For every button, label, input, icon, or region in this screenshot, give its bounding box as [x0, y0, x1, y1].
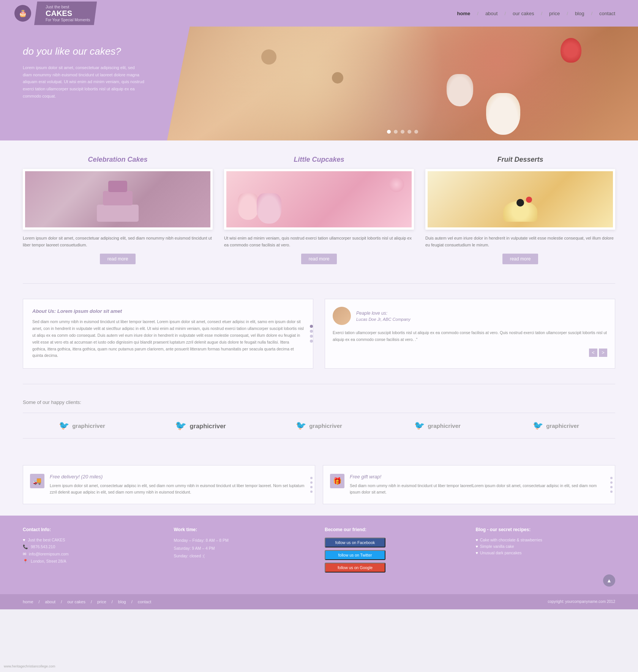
client-name-2: graphicriver: [190, 422, 226, 429]
blog-post-2[interactable]: ♥ Simple vanilla cake: [476, 544, 616, 549]
scroll-top-btn[interactable]: ▲: [603, 574, 615, 587]
footer-nav-our-cakes[interactable]: our cakes: [67, 599, 85, 604]
product-img-celebration: [23, 169, 213, 230]
hero-dot-5[interactable]: [414, 130, 418, 134]
main-nav: home / about / our cakes / price / blog …: [457, 11, 615, 16]
nav-blog[interactable]: blog: [575, 11, 584, 16]
client-name-1: graphicriver: [72, 423, 105, 429]
client-logo-4[interactable]: 🐦 graphicriver: [414, 421, 461, 431]
phone-icon: 📞: [23, 544, 28, 549]
heart-icon: ♥: [23, 538, 25, 542]
blog-post-1[interactable]: ♥ Cake with chocolate & strawberries: [476, 538, 616, 542]
read-more-btn-1[interactable]: read more: [100, 254, 136, 264]
cake-tier-1-bottom: [97, 205, 139, 222]
blog-post-link-2[interactable]: Simple vanilla cake: [480, 544, 514, 549]
f-dot-6: [610, 481, 613, 484]
testimonial-prev-btn[interactable]: <: [589, 349, 597, 357]
cake-image-3: [428, 171, 613, 227]
hero-image-inner: [167, 27, 638, 140]
f-dot-7: [610, 486, 613, 488]
logo-area: 🎂 Just the best CAKES For Your Special M…: [23, 2, 97, 25]
features-section: 🚚 Free delivery! (20 miles) Lorem ipsum …: [23, 454, 615, 516]
about-dot-2[interactable]: [310, 330, 313, 333]
nav-our-cakes[interactable]: our cakes: [513, 11, 534, 16]
footer-nav-blog[interactable]: blog: [118, 599, 126, 604]
f-dot-2: [310, 481, 313, 484]
blog-post-link-3[interactable]: Unusual dark pancakes: [480, 551, 522, 555]
hero-body: Lorem ipsum dolor sit amet, consectetuar…: [23, 64, 144, 99]
footer-nav-price[interactable]: price: [97, 599, 106, 604]
logo-icon: 🎂: [14, 5, 31, 22]
worktime-weekday: Monday – Friday: 8 AM – 8 PM: [174, 538, 314, 544]
about-testimonial-section: About Us: Lorem ipsum dolor sit amet Sed…: [23, 287, 615, 380]
hero-dots: [387, 130, 418, 134]
nav-contact[interactable]: contact: [599, 11, 615, 16]
nut-1: [261, 49, 276, 65]
cake-tier-1-small: [108, 181, 127, 192]
cake-tier-1-top: [103, 191, 133, 205]
footer-nav-home[interactable]: home: [23, 599, 33, 604]
blog-post-link-1[interactable]: Cake with chocolate & strawberries: [480, 538, 542, 542]
client-name-3: graphicriver: [309, 423, 342, 429]
avatar: [333, 307, 351, 325]
giftwrap-icon: 🎁: [330, 474, 344, 488]
clients-title: Some of our happy clients:: [23, 399, 615, 405]
testimonial-nav: < >: [333, 349, 607, 357]
client-logo-1[interactable]: 🐦 graphicriver: [59, 421, 105, 431]
worktime-saturday: Saturday: 9 AM – 4 PM: [174, 546, 314, 552]
main-content: Celebration Cakes Lorem ipsum dolor sit …: [0, 140, 638, 516]
hero-dot-2[interactable]: [394, 130, 398, 134]
footer-worktime-col: Work time: Monday – Friday: 8 AM – 8 PM …: [174, 527, 314, 575]
product-title-3: Fruit Desserts: [425, 156, 615, 164]
footer-nav-about[interactable]: about: [45, 599, 56, 604]
divider-2: [23, 384, 615, 384]
client-name-5: graphicriver: [546, 423, 579, 429]
facebook-btn[interactable]: follow us on Facebook: [325, 538, 385, 547]
twitter-btn[interactable]: follow us on Twitter: [325, 550, 385, 560]
hero-image: [167, 27, 638, 140]
hero-dot-4[interactable]: [407, 130, 411, 134]
google-btn[interactable]: follow us on Google: [325, 563, 385, 573]
read-more-btn-3[interactable]: read more: [502, 254, 539, 264]
client-logo-2[interactable]: 🐦 graphicriver: [175, 420, 226, 431]
hero-left: do you like our cakes? Lorem ipsum dolor…: [0, 27, 167, 140]
hero-dot-3[interactable]: [401, 130, 404, 134]
client-name-4: graphicriver: [428, 423, 461, 429]
client-logo-5[interactable]: 🐦 graphicriver: [533, 421, 579, 431]
delivery-icon: 🚚: [30, 474, 44, 488]
footer-social-title: Become our friend:: [325, 527, 464, 532]
f-dot-8: [610, 491, 613, 493]
cake-image-2: [226, 171, 412, 227]
nav-home[interactable]: home: [457, 11, 471, 16]
f-dot-3: [310, 486, 313, 488]
about-dot-1[interactable]: [310, 325, 313, 328]
read-more-btn-2[interactable]: read more: [301, 254, 337, 264]
client-logo-3[interactable]: 🐦 graphicriver: [296, 421, 342, 431]
footer-worktime-title: Work time:: [174, 527, 314, 532]
blog-post-3[interactable]: ♥ Unusual dark pancakes: [476, 551, 616, 555]
contact-phone: 📞 9876.543.210: [23, 544, 163, 549]
logo-tagline: For Your Special Moments: [46, 18, 90, 22]
about-dot-4[interactable]: [310, 340, 313, 343]
footer: Contact Info: ♥ Just the best CAKES 📞 98…: [0, 516, 638, 594]
cupcake-1: [486, 93, 520, 135]
footer-nav-contact[interactable]: contact: [138, 599, 151, 604]
product-desc-3: Duis autem vel eum iriure dolor in hendr…: [425, 235, 615, 248]
cupcake-small-1: [238, 193, 259, 220]
cherry: [526, 197, 532, 203]
hero-right: [167, 27, 638, 140]
about-dot-3[interactable]: [310, 335, 313, 338]
nav-about[interactable]: about: [485, 11, 498, 16]
nav-price[interactable]: price: [549, 11, 560, 16]
blog-bullet-2: ♥: [476, 544, 478, 549]
hero-dot-1[interactable]: [387, 130, 391, 134]
footer-contact-title: Contact Info:: [23, 527, 163, 532]
testimonial-next-btn[interactable]: >: [599, 349, 607, 357]
product-title-2: Little Cupcakes: [224, 156, 414, 164]
product-img-fruit: [425, 169, 615, 230]
testimonial-heading: Peaple love us:: [356, 311, 411, 316]
testimonial-text: Exerci tation ullamcorper suscipit lobor…: [333, 330, 607, 343]
copyright-text: copyright: yourcompanyname.com 2012: [548, 599, 615, 604]
testimonial-info: Peaple love us: Lucas Doe Jr, ABC Compan…: [356, 311, 411, 322]
strawberry: [561, 38, 581, 63]
